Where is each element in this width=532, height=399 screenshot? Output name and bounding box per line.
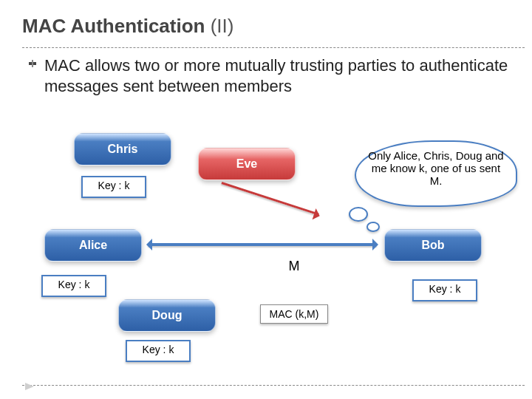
label-bob: Bob (421, 239, 444, 252)
label-alice: Alice (79, 239, 107, 252)
thought-bubble-dot-2 (366, 222, 380, 232)
key-doug: Key : k (126, 340, 191, 362)
key-chris: Key : k (81, 176, 146, 198)
svg-marker-2 (25, 383, 34, 390)
label-eve: Eve (236, 157, 257, 171)
label-m: M (279, 259, 309, 274)
thought-bubble: Only Alice, Chris, Doug and me know k, o… (355, 140, 517, 207)
label-mac: MAC (k,M) (260, 304, 328, 324)
key-alice: Key : k (41, 275, 106, 297)
slide-title: MAC Authentication (II) (22, 15, 233, 38)
title-divider (22, 47, 525, 48)
arrow-alice-bob (148, 243, 377, 246)
title-suffix: (II) (211, 15, 234, 37)
key-bob: Key : k (412, 279, 477, 301)
slide: MAC Authentication (II) MAC allows two o… (0, 0, 532, 399)
label-doug: Doug (152, 309, 183, 322)
eve-arrow (222, 182, 319, 215)
title-main: MAC Authentication (22, 15, 211, 37)
thought-bubble-dot-1 (349, 207, 368, 222)
footer-divider (22, 385, 525, 386)
diagram-stage: Chris Key : k Eve Only Alice, Chris, Dou… (0, 118, 532, 369)
node-chris: Chris (74, 133, 171, 166)
node-bob: Bob (384, 229, 482, 262)
thought-text: Only Alice, Chris, Doug and me know k, o… (368, 149, 503, 187)
body-text: MAC allows two or more mutually trusting… (44, 55, 510, 96)
node-alice: Alice (44, 229, 142, 262)
bullet-icon (28, 59, 37, 68)
node-doug: Doug (118, 299, 216, 332)
label-chris: Chris (108, 143, 138, 156)
footer-triangle-icon (24, 381, 35, 395)
node-eve: Eve (198, 148, 296, 180)
